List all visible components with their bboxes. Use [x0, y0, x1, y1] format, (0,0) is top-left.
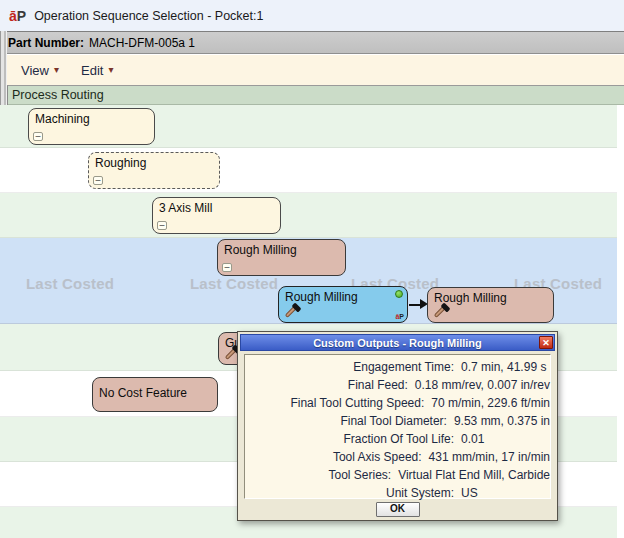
node-rough-milling-1[interactable]: Rough Milling – — [217, 239, 346, 276]
output-value: US — [461, 484, 550, 502]
window-titlebar[interactable]: āP Operation Sequence Selection - Pocket… — [0, 0, 624, 31]
node-no-cost-feature[interactable]: No Cost Feature — [92, 377, 218, 412]
output-row: Unit System: US — [245, 484, 550, 502]
output-value: 0.7 min, 41.99 s — [461, 358, 550, 376]
collapse-icon[interactable]: – — [222, 263, 232, 272]
output-value: 70 m/min, 229.6 ft/min — [431, 394, 550, 412]
output-label: Unit System: — [245, 484, 461, 502]
output-label: Engagement Time: — [245, 358, 461, 376]
chevron-down-icon: ▾ — [54, 65, 59, 75]
apriori-badge-icon: āP — [395, 313, 404, 320]
routing-row — [0, 193, 617, 238]
dialog-footer: OK — [238, 501, 557, 517]
collapse-icon[interactable]: – — [33, 132, 43, 141]
output-row: Final Tool Cutting Speed: 70 m/min, 229.… — [245, 394, 550, 412]
part-number-value: MACH-DFM-005a 1 — [89, 36, 195, 50]
output-label: Final Tool Diameter: — [245, 412, 454, 430]
menu-edit[interactable]: Edit ▾ — [81, 63, 113, 78]
menu-bar: View ▾ Edit ▾ — [7, 55, 624, 85]
part-number-label: Part Number: — [8, 36, 84, 50]
close-icon[interactable]: ✕ — [539, 336, 553, 349]
ok-button[interactable]: OK — [376, 502, 420, 517]
output-row: Tool Axis Speed: 431 mm/min, 17 in/min — [245, 448, 550, 466]
output-value: 431 mm/min, 17 in/min — [429, 448, 550, 466]
output-row: Fraction Of Tool Life: 0.01 — [245, 430, 550, 448]
output-row: Tool Series: Virtual Flat End Mill, Carb… — [245, 466, 550, 484]
output-label: Final Tool Cutting Speed: — [245, 394, 431, 412]
node-rough-milling-2[interactable]: Rough Milling — [427, 287, 554, 323]
dialog-output-panel: Engagement Time: 0.7 min, 41.99 s Final … — [244, 354, 551, 499]
hammer-icon — [433, 304, 448, 318]
process-routing-header: Process Routing — [8, 86, 624, 105]
hammer-icon — [284, 304, 299, 318]
node-3-axis-mill[interactable]: 3 Axis Mill – — [152, 197, 281, 234]
app-window: āP Operation Sequence Selection - Pocket… — [0, 0, 624, 538]
dialog-title: Custom Outputs - Rough Milling — [313, 337, 482, 349]
output-value: 0.01 — [461, 430, 550, 448]
chevron-down-icon: ▾ — [108, 65, 113, 75]
node-rough-milling-selected[interactable]: Rough Milling āP — [278, 286, 408, 323]
output-label: Tool Axis Speed: — [245, 448, 429, 466]
output-row: Engagement Time: 0.7 min, 41.99 s — [245, 358, 550, 376]
collapse-icon[interactable]: – — [93, 176, 103, 185]
output-label: Final Feed: — [245, 376, 415, 394]
part-number-bar: Part Number: MACH-DFM-005a 1 — [0, 31, 624, 54]
dialog-titlebar[interactable]: Custom Outputs - Rough Milling ✕ — [240, 334, 555, 351]
output-label: Fraction Of Tool Life: — [245, 430, 461, 448]
node-machining[interactable]: Machining – — [28, 108, 155, 145]
apriori-logo-icon: āP — [9, 9, 26, 23]
output-value: 9.53 mm, 0.375 in — [454, 412, 550, 430]
last-costed-watermark: Last Costed — [26, 275, 114, 292]
output-value: Virtual Flat End Mill, Carbide — [398, 466, 550, 484]
status-dot-icon — [395, 290, 403, 298]
collapse-icon[interactable]: – — [157, 221, 167, 230]
output-row: Final Feed: 0.18 mm/rev, 0.007 in/rev — [245, 376, 550, 394]
output-value: 0.18 mm/rev, 0.007 in/rev — [415, 376, 550, 394]
last-costed-watermark: Last Costed — [190, 275, 278, 292]
custom-outputs-dialog: Custom Outputs - Rough Milling ✕ Engagem… — [237, 331, 558, 521]
menu-view[interactable]: View ▾ — [21, 63, 59, 78]
output-label: Tool Series: — [245, 466, 398, 484]
node-roughing[interactable]: Roughing – — [88, 152, 220, 189]
window-title: Operation Sequence Selection - Pocket:1 — [34, 9, 263, 23]
output-row: Final Tool Diameter: 9.53 mm, 0.375 in — [245, 412, 550, 430]
